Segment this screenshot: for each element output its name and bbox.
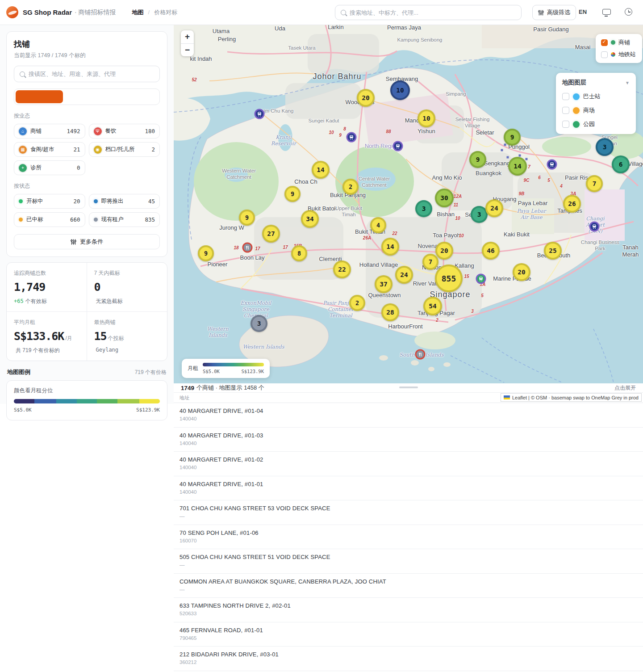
sidebar-search[interactable]: [14, 66, 160, 82]
deal-type-tab[interactable]: [16, 90, 63, 103]
map-layers-header[interactable]: 地图图层 ▼: [562, 79, 630, 87]
cluster-marker[interactable]: 27: [262, 225, 280, 243]
chevron-down-icon[interactable]: ▼: [625, 80, 630, 85]
table-row[interactable]: 505 CHOA CHU KANG STREET 51 VOID DECK SP…: [174, 549, 643, 574]
cluster-marker[interactable]: 7: [586, 175, 603, 192]
cluster-marker[interactable]: 26: [563, 195, 581, 213]
cluster-marker[interactable]: 20: [435, 242, 453, 260]
cluster-marker[interactable]: 20: [513, 263, 530, 281]
train-station-icon[interactable]: [393, 141, 403, 151]
status-chip[interactable]: 现有租户 835: [89, 212, 160, 227]
history-clock-icon[interactable]: [625, 8, 632, 16]
deal-type-tab[interactable]: [111, 90, 158, 103]
category-chip[interactable]: + 诊所 0: [14, 160, 85, 175]
attribution-text[interactable]: Leaflet | © OSM · basemap swap to OneMap…: [512, 395, 639, 400]
language-toggle[interactable]: EN: [579, 8, 587, 15]
zoom-out-button[interactable]: −: [181, 44, 194, 57]
drag-handle[interactable]: [399, 386, 418, 388]
global-search[interactable]: [335, 5, 522, 20]
train-station-icon[interactable]: [547, 160, 557, 170]
category-chip[interactable]: ⌂ 商铺 1492: [14, 124, 85, 139]
layer-toggle-row[interactable]: 地铁站: [601, 50, 636, 59]
display-mode-icon[interactable]: [602, 9, 611, 15]
checkbox-icon[interactable]: [562, 107, 569, 114]
nav-item-map[interactable]: 地图: [132, 8, 144, 17]
table-row[interactable]: 40 MARGARET DRIVE, #01-01 140040: [174, 476, 643, 501]
train-station-icon[interactable]: [589, 222, 600, 232]
cluster-marker[interactable]: 10: [418, 109, 435, 127]
train-station-icon[interactable]: [347, 132, 357, 143]
checkbox-icon[interactable]: [562, 121, 569, 128]
cluster-marker[interactable]: 14: [381, 238, 399, 256]
table-row[interactable]: 40 MARGARET DRIVE, #01-02 140040: [174, 452, 643, 476]
table-row[interactable]: 40 MARGARET DRIVE, #01-04 140040: [174, 403, 643, 428]
cluster-marker[interactable]: 20: [357, 89, 375, 107]
advanced-filter-button[interactable]: 高级筛选: [532, 5, 576, 20]
category-chip[interactable]: ▦ 食阁/超市 21: [14, 142, 85, 157]
cluster-marker[interactable]: 46: [482, 242, 500, 260]
category-chip[interactable]: Ψ 餐饮 180: [89, 124, 160, 139]
cluster-marker[interactable]: 9: [469, 151, 486, 168]
cluster-marker[interactable]: 855: [435, 265, 463, 292]
cluster-marker[interactable]: 28: [381, 303, 399, 321]
cluster-marker[interactable]: 22: [333, 260, 351, 278]
category-chip[interactable]: ◉ 档口/托儿所 2: [89, 142, 160, 157]
status-chip[interactable]: 已中标 660: [14, 212, 85, 227]
table-row[interactable]: COMMON AREA AT BUANGKOK SQUARE, CANBERRA…: [174, 574, 643, 598]
bus-stop-dot-icon: [501, 149, 503, 151]
app-logo-icon: [6, 6, 18, 18]
global-search-input[interactable]: [350, 9, 521, 16]
cluster-marker[interactable]: 34: [301, 210, 319, 228]
cluster-marker[interactable]: 14: [508, 157, 527, 176]
checkbox-icon[interactable]: [562, 93, 569, 100]
cluster-marker[interactable]: 3: [415, 200, 432, 217]
expand-toggle[interactable]: 点击展开: [614, 384, 636, 392]
more-filters-button[interactable]: 更多条件: [14, 234, 160, 249]
cluster-marker[interactable]: 6: [612, 155, 630, 173]
table-row[interactable]: 465 FERNVALE ROAD, #01-01 790465: [174, 622, 643, 647]
cluster-marker[interactable]: 7: [422, 254, 438, 270]
table-row[interactable]: 70 SENG POH LANE, #01-06 160070: [174, 525, 643, 550]
restaurant-icon[interactable]: [415, 349, 426, 360]
table-row[interactable]: 40 MARGARET DRIVE, #01-03 140040: [174, 428, 643, 452]
table-row[interactable]: 212 BIDADARI PARK DRIVE, #03-01 360212: [174, 647, 643, 671]
zoom-in-button[interactable]: +: [181, 30, 194, 44]
checkbox-icon[interactable]: [601, 51, 608, 58]
train-station-icon[interactable]: [255, 109, 265, 119]
cluster-marker[interactable]: 9: [239, 210, 255, 226]
table-row[interactable]: 633 TAMPINES NORTH DRIVE 2, #02-01 52063…: [174, 598, 643, 622]
deal-type-tab[interactable]: [63, 90, 110, 103]
sidebar-search-input[interactable]: [29, 71, 159, 77]
layer-toggle-row[interactable]: 商铺: [601, 38, 636, 46]
sidebar-count-summary: 当前显示 1749 / 1749 个标的: [14, 52, 160, 59]
restaurant-icon[interactable]: [242, 243, 253, 253]
stat-cell: 平均月租 S$133.6K/月 共 719 个有价标的: [7, 312, 87, 361]
cluster-marker[interactable]: 24: [485, 199, 503, 217]
cluster-marker[interactable]: 2: [349, 295, 365, 311]
nav-item-price-benchmark[interactable]: 价格对标: [154, 8, 177, 17]
cluster-marker[interactable]: 54: [423, 297, 442, 315]
cluster-marker[interactable]: 3: [596, 138, 614, 156]
cluster-marker[interactable]: 9: [504, 129, 521, 146]
cluster-marker[interactable]: 10: [390, 80, 410, 100]
cluster-marker[interactable]: 8: [291, 245, 307, 261]
map-canvas[interactable]: + − 商铺 地铁站 地图图层 ▼ 巴士站: [174, 25, 643, 383]
map-layer-row[interactable]: 公园: [562, 120, 630, 128]
train-station-icon[interactable]: [476, 274, 486, 284]
checkbox-icon[interactable]: [601, 39, 608, 46]
cluster-marker[interactable]: 4: [370, 217, 386, 233]
status-chip[interactable]: 即将推出 45: [89, 194, 160, 209]
cluster-marker[interactable]: 9: [284, 186, 301, 202]
cluster-marker[interactable]: 30: [435, 189, 454, 207]
cluster-marker[interactable]: 25: [544, 242, 562, 260]
cluster-marker[interactable]: 2: [342, 179, 359, 195]
cluster-marker[interactable]: 37: [375, 275, 392, 293]
table-row[interactable]: 701 CHOA CHU KANG STREET 53 VOID DECK SP…: [174, 500, 643, 525]
map-layer-row[interactable]: 巴士站: [562, 92, 630, 101]
cluster-marker[interactable]: 9: [198, 245, 214, 261]
status-chip[interactable]: 开标中 20: [14, 194, 85, 209]
cluster-marker[interactable]: 24: [395, 266, 413, 284]
cluster-marker[interactable]: 14: [312, 161, 330, 179]
map-layer-row[interactable]: 商场: [562, 106, 630, 114]
cluster-marker[interactable]: 3: [251, 315, 267, 332]
